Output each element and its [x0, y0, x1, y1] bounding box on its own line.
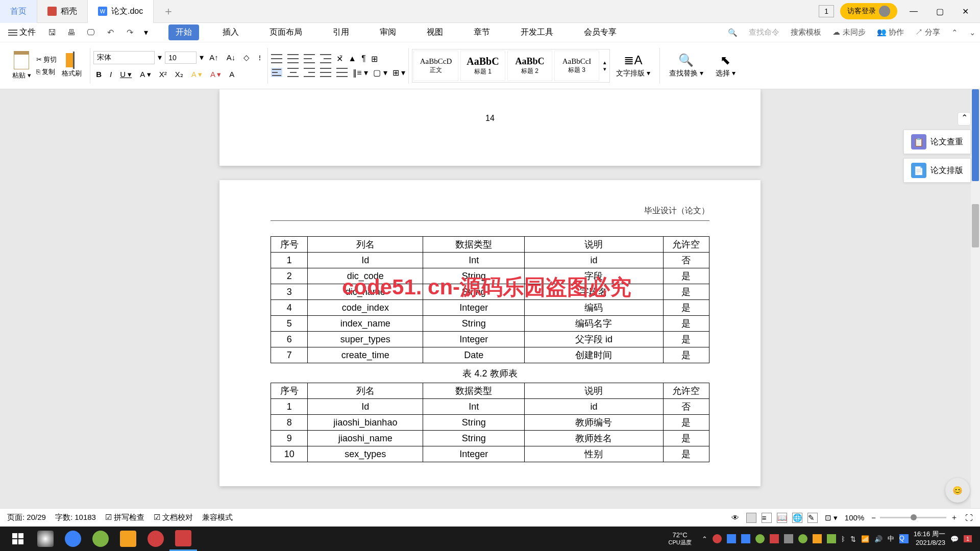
italic-button[interactable]: I [107, 68, 114, 80]
scrollbar-thumb[interactable] [972, 89, 979, 181]
format-brush-button[interactable]: 格式刷 [62, 53, 82, 78]
style-heading3[interactable]: AaBbCcI 标题 3 [554, 51, 599, 81]
view-edit-button[interactable]: ✎ [807, 513, 818, 523]
wifi-icon[interactable]: 📶 [861, 535, 869, 543]
tray-icon-4[interactable] [755, 534, 765, 543]
increase-font-button[interactable]: A↑ [207, 52, 221, 63]
style-normal[interactable]: AaBbCcD 正文 [413, 51, 458, 81]
tray-icon-2[interactable] [727, 534, 736, 543]
decrease-font-button[interactable]: A↓ [224, 52, 238, 63]
file-menu-button[interactable]: 文件 [4, 25, 40, 40]
vertical-scrollbar[interactable] [971, 89, 980, 529]
underline-button[interactable]: U ▾ [117, 68, 134, 81]
task-wps[interactable] [169, 527, 197, 551]
tab-add-button[interactable]: ＋ [154, 4, 183, 19]
paragraph-mark-button[interactable]: ¶ [361, 54, 366, 64]
tab-document[interactable]: W 论文.doc [88, 0, 154, 23]
notification-icon[interactable]: 💬 [950, 535, 959, 543]
select-button[interactable]: ⬉ 选择 ▾ [709, 53, 742, 78]
view-read-button[interactable]: 📖 [777, 513, 787, 523]
tray-icon-7[interactable] [798, 534, 807, 543]
view-web-button[interactable]: 🌐 [792, 513, 802, 523]
styles-gallery[interactable]: AaBbCcD 正文 AaBbC 标题 1 AaBbC 标题 2 AaBbCcI… [412, 49, 610, 83]
volume-icon[interactable]: 🔊 [874, 535, 883, 543]
text-tools-button[interactable]: ✕̄ [336, 54, 343, 64]
menu-tab-chapter[interactable]: 章节 [467, 24, 497, 40]
redo-icon[interactable]: ↷ [125, 28, 135, 38]
tab-home[interactable]: 首页 [0, 0, 37, 23]
eye-icon[interactable]: 👁 [731, 513, 739, 522]
menu-tab-pagelayout[interactable]: 页面布局 [262, 24, 309, 40]
align-distribute-button[interactable] [336, 68, 348, 77]
decrease-indent-button[interactable] [304, 54, 315, 63]
menu-tab-member[interactable]: 会员专享 [577, 24, 624, 40]
zoom-level[interactable]: 100% [845, 513, 864, 522]
document-area[interactable]: 14 毕业设计（论文） 序号 列名 数据类型 说明 允许空 1IdIntid否 … [0, 89, 980, 529]
paper-check-button[interactable]: 📋 论文查重 [903, 130, 971, 154]
task-explorer[interactable] [114, 527, 142, 551]
format-dropdown[interactable]: ⫶ [255, 52, 264, 63]
one-badge[interactable]: 1 [819, 5, 834, 17]
tab-docer[interactable]: 稻壳 [37, 0, 88, 23]
menu-tab-insert[interactable]: 插入 [215, 24, 246, 40]
view-outline-button[interactable]: ≡ [762, 513, 772, 523]
clear-format-button[interactable]: ◇ [241, 52, 252, 64]
tray-icon-3[interactable] [741, 534, 750, 543]
sync-button[interactable]: ☁ 未同步 [832, 28, 865, 37]
bluetooth-icon[interactable]: ᛒ [841, 535, 845, 543]
print-preview-icon[interactable]: 🖵 [86, 28, 96, 38]
search-command[interactable]: 查找命令 [749, 28, 779, 37]
align-justify-button[interactable] [320, 68, 331, 77]
undo-icon[interactable]: ↶ [105, 28, 115, 38]
scrollbar-thumb2[interactable] [972, 204, 979, 247]
char-shading-button[interactable]: A [227, 68, 237, 80]
menu-tab-start[interactable]: 开始 [168, 24, 199, 40]
align-center-button[interactable] [287, 68, 299, 77]
increase-indent-button[interactable] [320, 54, 331, 63]
cut-button[interactable]: ✂ 剪切 [36, 55, 57, 64]
ruler-button[interactable]: ⊡ ▾ [825, 513, 838, 522]
ribbon-collapse-up[interactable]: ⌃ [951, 28, 958, 37]
find-replace-button[interactable]: 🔍 查找替换 ▾ [663, 53, 709, 78]
font-size-select[interactable]: 10 [165, 52, 197, 64]
page-indicator[interactable]: 页面: 20/29 [7, 513, 46, 522]
tray-icon-6[interactable] [784, 534, 793, 543]
spell-check-button[interactable]: ☑ 拼写检查 [105, 513, 144, 522]
align-left-button[interactable] [271, 68, 282, 77]
border-button[interactable]: ⊞ ▾ [393, 68, 405, 78]
font-name-select[interactable]: 宋体 [93, 51, 155, 64]
line-spacing-button[interactable]: ‖≡ ▾ [353, 68, 368, 78]
subscript-button[interactable]: X₂ [173, 68, 186, 81]
cpu-temp[interactable]: 72°C CPU温度 [668, 531, 691, 546]
network-icon[interactable]: ⇅ [850, 535, 856, 543]
align-right-button[interactable] [304, 68, 315, 77]
text-layout-button[interactable]: ≣A 文字排版 ▾ [610, 53, 656, 78]
task-ie[interactable] [59, 527, 87, 551]
shading-button[interactable]: ▢ ▾ [373, 68, 387, 78]
tray-icon-8[interactable] [813, 534, 822, 543]
zoom-in-button[interactable]: ＋ [950, 513, 958, 522]
strikethrough-button[interactable]: A ▾ [137, 68, 153, 81]
task-app1[interactable] [142, 527, 169, 551]
minimize-button[interactable]: — [903, 3, 924, 20]
tray-up-icon[interactable]: ⌃ [702, 535, 707, 543]
share-button[interactable]: ↗ 分享 [915, 28, 940, 37]
clock[interactable]: 16:16 周一 2021/8/23 [914, 530, 945, 547]
table-2[interactable]: 序号 列名 数据类型 说明 允许空 1IdIntid否 8jiaoshi_bia… [271, 383, 709, 462]
assistant-button[interactable]: 😊 [945, 478, 970, 503]
style-heading2[interactable]: AaBbC 标题 2 [507, 51, 552, 81]
paper-layout-button[interactable]: 📄 论文排版 [903, 158, 971, 183]
close-button[interactable]: ✕ [956, 3, 975, 20]
view-print-button[interactable] [746, 513, 756, 523]
tray-icon-9[interactable] [827, 534, 836, 543]
fullscreen-button[interactable]: ⛶ [965, 513, 973, 522]
task-cortana[interactable] [32, 527, 59, 551]
word-count[interactable]: 字数: 10183 [55, 513, 96, 522]
menu-tab-review[interactable]: 审阅 [373, 24, 403, 40]
doc-check-button[interactable]: ☑ 文档校对 [154, 513, 193, 522]
start-button[interactable] [4, 527, 32, 551]
search-template[interactable]: 搜索模板 [791, 28, 821, 37]
login-button[interactable]: 访客登录 [840, 3, 897, 19]
marker-button[interactable]: ▲ [348, 54, 356, 64]
ime-icon[interactable]: 中 [888, 534, 894, 543]
